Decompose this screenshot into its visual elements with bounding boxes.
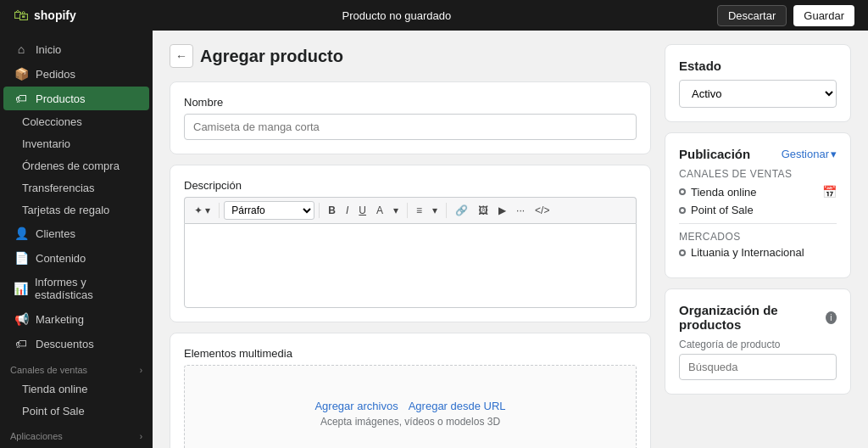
channel-tienda-left: Tienda online xyxy=(679,186,757,199)
code-button[interactable]: </> xyxy=(531,202,554,219)
sidebar-item-agregar-app[interactable]: ＋ Agregar aplicaciones xyxy=(3,445,149,448)
sidebar-item-marketing[interactable]: 📢 Marketing xyxy=(3,307,149,331)
canales-ventas-label: Canales de ventas xyxy=(679,168,837,180)
canales-chevron-icon: › xyxy=(140,366,142,375)
sidebar-item-inicio[interactable]: ⌂ Inicio xyxy=(3,37,149,61)
main-layout: ⌂ Inicio 📦 Pedidos 🏷 Productos Coleccion… xyxy=(0,0,868,448)
image-button[interactable]: 🖼 xyxy=(474,202,492,219)
topbar-actions: Descartar Guardar xyxy=(717,5,854,26)
save-button[interactable]: Guardar xyxy=(793,5,854,26)
paragraph-select[interactable]: Párrafo Encabezado 1 Encabezado 2 xyxy=(224,201,314,220)
gestionar-link[interactable]: Gestionar ▾ xyxy=(782,148,837,160)
underline-button[interactable]: U xyxy=(354,202,370,219)
sidebar-item-point-of-sale[interactable]: Point of Sale xyxy=(14,400,149,422)
mercado-name: Lituania y Internacional xyxy=(691,246,804,259)
sidebar-item-transferencias[interactable]: Transferencias xyxy=(14,177,149,199)
categoria-label: Categoría de producto xyxy=(679,339,837,350)
orders-icon: 📦 xyxy=(14,67,29,81)
descripcion-card: Descripción ✦ ▾ Párrafo Encabezado 1 Enc… xyxy=(170,165,651,322)
media-links: Agregar archivos Agregar desde URL xyxy=(202,400,619,412)
aplicaciones-section-label[interactable]: Aplicaciones › xyxy=(0,423,153,445)
content-icon: 📄 xyxy=(14,251,29,265)
magic-arrow-icon: ▾ xyxy=(205,204,210,216)
mercado-lituania: Lituania y Internacional xyxy=(679,246,837,259)
info-icon[interactable]: i xyxy=(826,311,837,324)
back-arrow-icon: ← xyxy=(175,49,187,63)
toolbar-divider-4 xyxy=(446,203,447,218)
nombre-label: Nombre xyxy=(184,96,637,109)
video-button[interactable]: ▶ xyxy=(494,202,510,219)
sidebar-item-clientes[interactable]: 👤 Clientes xyxy=(3,221,149,245)
description-editor[interactable] xyxy=(184,223,637,308)
sidebar-item-ordenes[interactable]: Órdenes de compra xyxy=(14,155,149,176)
channel-tienda-online: Tienda online 📅 xyxy=(679,185,837,199)
shopify-logo: 🛍 shopify xyxy=(14,7,76,25)
publicacion-card: Publicación Gestionar ▾ Canales de venta… xyxy=(665,132,851,278)
descripcion-label: Descripción xyxy=(184,179,637,192)
media-hint: Acepta imágenes, vídeos o modelos 3D xyxy=(202,416,619,428)
media-upload-area: Agregar archivos Agregar desde URL Acept… xyxy=(184,365,637,448)
canales-submenu: Tienda online Point of Sale xyxy=(0,378,153,422)
bold-button[interactable]: B xyxy=(324,202,340,219)
categoria-search-input[interactable] xyxy=(679,354,837,380)
sidebar-item-descuentos[interactable]: 🏷 Descuentos xyxy=(3,332,149,356)
text-color-arrow[interactable]: ▾ xyxy=(389,202,403,219)
add-files-link[interactable]: Agregar archivos xyxy=(314,400,398,412)
org-title-row: Organización de productos i xyxy=(679,303,837,332)
marketing-icon: 📢 xyxy=(14,312,29,326)
nombre-input[interactable] xyxy=(184,114,637,140)
add-url-link[interactable]: Agregar desde URL xyxy=(409,400,506,412)
magic-icon: ✦ xyxy=(194,204,203,216)
italic-button[interactable]: I xyxy=(342,202,353,219)
media-card: Elementos multimedia Agregar archivos Ag… xyxy=(170,333,651,448)
estado-select[interactable]: Activo Borrador Archivado xyxy=(679,80,837,108)
sidebar-item-productos[interactable]: 🏷 Productos xyxy=(3,87,149,110)
reports-icon: 📊 xyxy=(14,282,28,295)
main-left-column: ← Agregar producto Nombre Descripción ✦ … xyxy=(170,44,651,434)
canales-section-label[interactable]: Canales de ventas › xyxy=(0,356,153,378)
page-status-title: Producto no guardado xyxy=(342,9,452,22)
sidebar: ⌂ Inicio 📦 Pedidos 🏷 Productos Coleccion… xyxy=(0,31,153,448)
channel-dot-pos xyxy=(679,207,686,214)
main-content: ← Agregar producto Nombre Descripción ✦ … xyxy=(153,31,868,448)
mercado-left: Lituania y Internacional xyxy=(679,246,804,259)
sidebar-item-pedidos[interactable]: 📦 Pedidos xyxy=(3,62,149,86)
channel-dot-tienda xyxy=(679,188,686,195)
topbar: 🛍 shopify Producto no guardado Descartar… xyxy=(0,0,868,31)
strikethrough-button[interactable]: A xyxy=(372,202,387,219)
gestionar-arrow-icon: ▾ xyxy=(831,148,837,160)
organizacion-card: Organización de productos i Categoría de… xyxy=(665,288,851,395)
shopify-logo-text: shopify xyxy=(34,8,76,22)
page-title: Agregar producto xyxy=(200,47,343,66)
calendar-icon[interactable]: 📅 xyxy=(822,185,837,199)
link-button[interactable]: 🔗 xyxy=(451,202,472,219)
home-icon: ⌂ xyxy=(14,42,29,56)
discard-button[interactable]: Descartar xyxy=(717,5,787,26)
discounts-icon: 🏷 xyxy=(14,337,29,350)
more-button[interactable]: ··· xyxy=(512,202,529,219)
align-button[interactable]: ≡ xyxy=(412,202,426,219)
sidebar-item-contenido[interactable]: 📄 Contenido xyxy=(3,246,149,270)
toolbar-divider-1 xyxy=(219,203,220,218)
align-arrow[interactable]: ▾ xyxy=(428,202,442,219)
sidebar-item-tarjetas[interactable]: Tarjetas de regalo xyxy=(14,199,149,221)
org-title: Organización de productos xyxy=(679,303,822,332)
sidebar-item-informes[interactable]: 📊 Informes y estadísticas xyxy=(3,271,149,306)
toolbar-divider-2 xyxy=(319,203,320,218)
toolbar-divider-3 xyxy=(407,203,408,218)
customers-icon: 👤 xyxy=(14,227,29,240)
estado-card: Estado Activo Borrador Archivado xyxy=(665,44,851,122)
media-label: Elementos multimedia xyxy=(184,347,637,360)
nombre-card: Nombre xyxy=(170,81,651,154)
channel-name-tienda: Tienda online xyxy=(691,186,757,199)
channel-name-pos: Point of Sale xyxy=(691,204,754,216)
sidebar-item-inventario[interactable]: Inventario xyxy=(14,133,149,154)
back-button[interactable]: ← xyxy=(170,44,193,68)
publicacion-title: Publicación xyxy=(679,147,750,161)
channel-pos-left: Point of Sale xyxy=(679,204,754,216)
description-toolbar: ✦ ▾ Párrafo Encabezado 1 Encabezado 2 B … xyxy=(184,197,637,223)
sidebar-item-tienda-online[interactable]: Tienda online xyxy=(14,378,149,400)
aplicaciones-chevron-icon: › xyxy=(140,432,142,441)
magic-button[interactable]: ✦ ▾ xyxy=(190,202,214,219)
sidebar-item-colecciones[interactable]: Colecciones xyxy=(14,111,149,132)
